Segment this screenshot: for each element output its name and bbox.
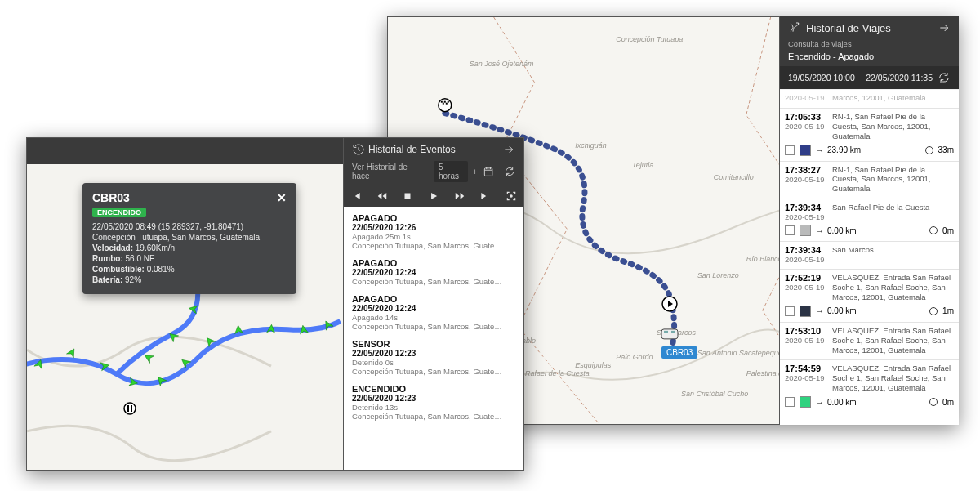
status-badge: ENCENDIDO bbox=[92, 208, 146, 217]
trip-item[interactable]: 17:39:342020-05-19San Marcos bbox=[780, 241, 959, 269]
fastfwd-icon[interactable] bbox=[454, 190, 466, 202]
svg-text:Río Blanco: Río Blanco bbox=[746, 255, 782, 263]
vehicle-label[interactable]: CBR03 bbox=[662, 346, 697, 359]
close-icon[interactable]: ✕ bbox=[277, 191, 287, 204]
trip-checkbox[interactable] bbox=[785, 306, 795, 316]
end-marker bbox=[662, 297, 677, 311]
minus-button[interactable]: − bbox=[424, 167, 429, 176]
history-icon bbox=[352, 143, 365, 156]
duration-icon bbox=[929, 307, 938, 315]
svg-rect-31 bbox=[127, 405, 129, 412]
svg-text:Tejutla: Tejutla bbox=[632, 161, 653, 169]
svg-point-30 bbox=[124, 403, 136, 414]
trip-color-swatch bbox=[800, 145, 811, 156]
skip-start-icon[interactable] bbox=[350, 190, 362, 202]
duration-icon bbox=[925, 146, 933, 154]
trip-item[interactable]: 17:52:192020-05-19VELASQUEZ, Entrada San… bbox=[780, 269, 959, 322]
trip-color-swatch bbox=[800, 306, 811, 317]
svg-text:Concepción Tutuapa: Concepción Tutuapa bbox=[616, 35, 683, 43]
trip-item[interactable]: 17:53:102020-05-19VELASQUEZ, Entrada San… bbox=[780, 322, 959, 360]
trips-from-date[interactable]: 19/05/2020 10:00 bbox=[788, 73, 855, 83]
svg-text:Ixchiguán: Ixchiguán bbox=[575, 141, 606, 150]
event-item[interactable]: APAGADO22/05/2020 12:24Concepción Tutuap… bbox=[352, 258, 515, 286]
popup-location: Concepción Tutuapa, San Marcos, Guatemal… bbox=[92, 233, 287, 242]
duration-icon bbox=[929, 226, 938, 234]
vehicle-popup: CBR03 ✕ ENCENDIDO 22/05/2020 08:49 (15.2… bbox=[82, 183, 296, 294]
trip-checkbox[interactable] bbox=[785, 145, 795, 155]
svg-rect-22 bbox=[662, 329, 678, 339]
focus-icon[interactable] bbox=[506, 190, 517, 202]
svg-rect-34 bbox=[405, 194, 411, 199]
svg-rect-23 bbox=[664, 331, 668, 333]
play-icon[interactable] bbox=[428, 190, 439, 202]
svg-rect-18 bbox=[448, 101, 449, 103]
stop-icon[interactable] bbox=[402, 190, 413, 202]
svg-text:Palo Gordo: Palo Gordo bbox=[616, 353, 653, 361]
event-item[interactable]: ENCENDIDO22/05/2020 12:23Detenido 13sCon… bbox=[352, 384, 515, 421]
vehicle-icon[interactable] bbox=[662, 329, 678, 339]
pause-marker bbox=[123, 402, 136, 415]
svg-rect-20 bbox=[446, 103, 448, 105]
refresh-icon[interactable] bbox=[938, 71, 951, 84]
trip-item[interactable]: 17:54:592020-05-19VELASQUEZ, Entrada San… bbox=[780, 359, 959, 413]
popup-title: CBR03 bbox=[92, 191, 130, 204]
svg-rect-17 bbox=[444, 101, 446, 103]
trips-title: Historial de Viajes bbox=[806, 22, 891, 34]
trip-checkbox[interactable] bbox=[785, 225, 795, 235]
arrow-right-icon[interactable] bbox=[502, 143, 515, 156]
svg-rect-19 bbox=[443, 103, 444, 105]
event-item[interactable]: SENSOR22/05/2020 12:23Detenido 0sConcepc… bbox=[352, 339, 515, 376]
route-icon bbox=[788, 21, 801, 34]
trips-panel: Historial de Viajes Consulta de viajes E… bbox=[779, 16, 959, 425]
trip-color-swatch bbox=[800, 396, 811, 408]
svg-rect-24 bbox=[671, 331, 675, 333]
trips-subtitle: Consulta de viajes bbox=[788, 39, 951, 48]
hours-value[interactable]: 5 horas bbox=[434, 161, 468, 182]
event-item[interactable]: APAGADO22/05/2020 12:26Apagado 25m 1sCon… bbox=[352, 213, 515, 250]
trips-mode[interactable]: Encendido - Apagado bbox=[788, 51, 951, 61]
rewind-icon[interactable] bbox=[376, 190, 388, 202]
event-item[interactable]: APAGADO22/05/2020 12:24Apagado 14sConcep… bbox=[352, 294, 515, 331]
duration-icon bbox=[929, 398, 938, 406]
events-hint: Ver Historial de hace bbox=[352, 163, 419, 181]
svg-point-35 bbox=[510, 195, 512, 197]
trip-item[interactable]: 17:05:332020-05-19RN-1, San Rafael Pie d… bbox=[780, 108, 959, 161]
svg-text:San Cristóbal Cucho: San Cristóbal Cucho bbox=[681, 390, 748, 398]
skip-end-icon[interactable] bbox=[479, 190, 491, 202]
svg-text:Comitancillo: Comitancillo bbox=[714, 173, 754, 181]
refresh-icon[interactable] bbox=[504, 165, 515, 178]
svg-rect-16 bbox=[441, 101, 443, 103]
arrow-right-icon[interactable] bbox=[938, 21, 951, 34]
svg-text:San José Ojetenám: San José Ojetenám bbox=[470, 60, 534, 68]
svg-text:San Lorenzo: San Lorenzo bbox=[697, 271, 739, 279]
popup-timestamp: 22/05/2020 08:49 (15.289327, -91.80471) bbox=[92, 222, 287, 231]
calendar-icon[interactable] bbox=[483, 165, 494, 178]
events-panel: Historial de Eventos Ver Historial de ha… bbox=[343, 137, 524, 471]
svg-rect-33 bbox=[484, 168, 492, 176]
events-title: Historial de Eventos bbox=[368, 144, 456, 155]
svg-rect-32 bbox=[131, 405, 132, 412]
playback-controls bbox=[344, 185, 523, 207]
svg-text:San Antonio Sacatepéquez: San Antonio Sacatepéquez bbox=[697, 349, 786, 357]
trip-color-swatch bbox=[800, 225, 811, 236]
trip-item[interactable]: 17:39:342020-05-19San Rafael Pie de la C… bbox=[780, 199, 959, 241]
trip-item[interactable]: 17:38:272020-05-19RN-1, San Rafael Pie d… bbox=[780, 161, 959, 199]
start-marker bbox=[439, 99, 452, 112]
trips-to-date[interactable]: 22/05/2020 11:35 bbox=[866, 73, 933, 83]
plus-button[interactable]: + bbox=[473, 167, 478, 176]
svg-text:Esquipulas: Esquipulas bbox=[575, 361, 611, 369]
trip-checkbox[interactable] bbox=[785, 397, 795, 407]
